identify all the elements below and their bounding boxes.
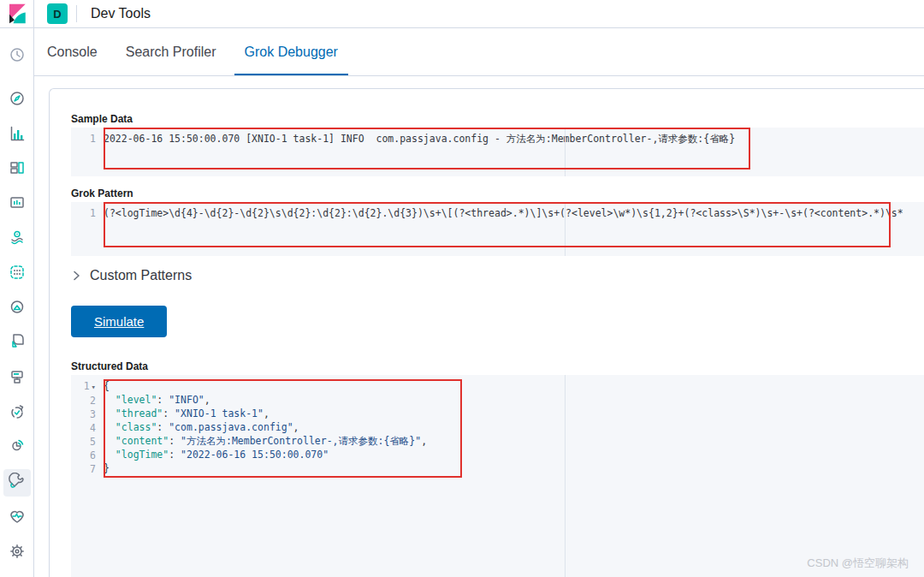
- dev-tools-icon: [9, 473, 26, 493]
- grok-pattern-label: Grok Pattern: [71, 187, 924, 199]
- sidebar-item-apm[interactable]: [3, 434, 31, 461]
- sample-data-label: Sample Data: [71, 113, 924, 125]
- discover-icon: [9, 90, 26, 110]
- maps-icon: [9, 229, 26, 249]
- tab-search-profiler[interactable]: Search Profiler: [116, 28, 227, 75]
- top-bar: D Dev Tools: [0, 0, 924, 28]
- sidebar-item-machine-learning[interactable]: [3, 260, 31, 288]
- sidebar-item-dashboard[interactable]: [3, 156, 31, 183]
- grok-pattern-gutter: 1: [71, 206, 104, 256]
- grok-pattern-content: (?<logTime>\d{4}-\d{2}-\d{2}\s\d{2}:\d{2…: [104, 206, 924, 220]
- editor-ruler: [565, 128, 566, 176]
- json-line: "logTime": "2022-06-16 15:50:00.070": [104, 448, 924, 461]
- recently-viewed-icon: [9, 46, 26, 67]
- json-line: "level": "INFO",: [104, 393, 924, 407]
- sample-data-content: 2022-06-16 15:50:00.070 [XNIO-1 task-1] …: [104, 132, 924, 146]
- sidebar-item-uptime[interactable]: [3, 400, 31, 427]
- kibana-logo[interactable]: [0, 0, 34, 27]
- space-badge[interactable]: D: [47, 3, 68, 24]
- editor-ruler: [565, 202, 566, 256]
- sidebar-item-management[interactable]: [3, 539, 31, 567]
- sidebar-item-canvas[interactable]: [3, 190, 31, 217]
- management-icon: [9, 543, 26, 563]
- json-line: "thread": "XNIO-1 task-1",: [104, 407, 924, 420]
- sidebar-item-graph[interactable]: [3, 295, 31, 323]
- structured-data-content: { "level": "INFO", "thread": "XNIO-1 tas…: [104, 379, 924, 577]
- tab-bar: Console Search Profiler Grok Debugger: [34, 28, 924, 76]
- editor-ruler: [565, 375, 566, 577]
- tab-grok-debugger[interactable]: Grok Debugger: [234, 28, 348, 75]
- machine-learning-icon: [9, 264, 26, 284]
- sidebar-item-monitoring[interactable]: [3, 504, 31, 532]
- custom-patterns-toggle[interactable]: Custom Patterns: [71, 268, 192, 283]
- sidebar-item-discover[interactable]: [3, 86, 31, 114]
- sidebar-item-maps[interactable]: [3, 225, 31, 253]
- sidebar-item-logs[interactable]: [3, 365, 31, 392]
- json-line: "content": "方法名为:MemberController-,请求参数:…: [104, 434, 924, 448]
- structured-data-editor[interactable]: 1▾234567 { "level": "INFO", "thread": "X…: [71, 375, 924, 577]
- sidebar-item-metrics[interactable]: [3, 329, 31, 356]
- custom-patterns-label: Custom Patterns: [90, 268, 192, 283]
- grok-debugger-panel: Sample Data 1 2022-06-16 15:50:00.070 [X…: [49, 88, 924, 577]
- metrics-icon: [9, 332, 26, 353]
- sidebar-item-recently-viewed[interactable]: [3, 43, 31, 70]
- dashboard-icon: [9, 159, 26, 180]
- visualize-icon: [9, 125, 26, 146]
- logs-icon: [9, 368, 26, 389]
- uptime-icon: [9, 403, 26, 424]
- sidebar-item-dev-tools[interactable]: [3, 469, 31, 497]
- tab-console[interactable]: Console: [37, 28, 108, 75]
- json-line: }: [104, 461, 924, 475]
- canvas-icon: [9, 193, 26, 214]
- sample-data-editor[interactable]: 1 2022-06-16 15:50:00.070 [XNIO-1 task-1…: [71, 128, 924, 176]
- json-line: {: [104, 379, 924, 393]
- sidebar-item-visualize[interactable]: [3, 122, 31, 149]
- simulate-button[interactable]: Simulate: [71, 306, 167, 337]
- sidebar: [0, 28, 34, 577]
- page-title: Dev Tools: [91, 6, 151, 21]
- grok-pattern-editor[interactable]: 1 (?<logTime>\d{4}-\d{2}-\d{2}\s\d{2}:\d…: [71, 202, 924, 256]
- kibana-logo-icon: [7, 3, 27, 24]
- apm-icon: [9, 437, 26, 458]
- json-line: "class": "com.passjava.config",: [104, 420, 924, 434]
- chevron-right-icon: [71, 271, 81, 281]
- fold-caret-icon[interactable]: ▾: [92, 383, 96, 391]
- monitoring-icon: [9, 508, 26, 528]
- structured-data-gutter: 1▾234567: [71, 379, 104, 577]
- sample-data-gutter: 1: [71, 132, 104, 176]
- structured-data-label: Structured Data: [71, 360, 924, 372]
- watermark: CSDN @悟空聊架构: [807, 556, 909, 571]
- graph-icon: [9, 299, 26, 319]
- topbar-divider: [76, 5, 77, 22]
